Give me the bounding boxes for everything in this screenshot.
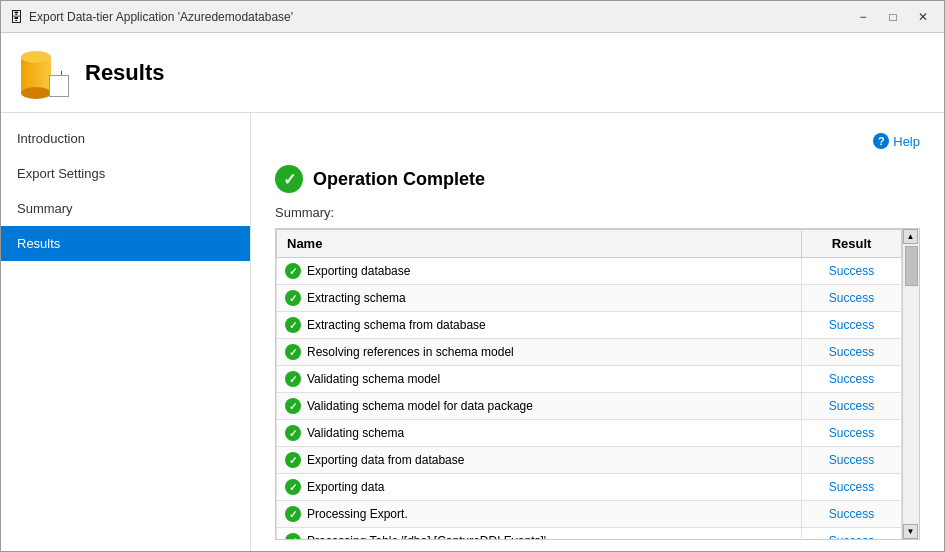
row-name: Exporting database (307, 264, 410, 278)
row-result-link[interactable]: Success (829, 426, 874, 440)
row-result-cell: Success (802, 501, 902, 528)
title-bar-left: 🗄 Export Data-tier Application 'Azuredem… (9, 9, 293, 25)
summary-label: Summary: (275, 205, 920, 220)
header-icon: ↓ (21, 49, 69, 97)
results-table-wrapper: Name Result Exporting databaseSuccessExt… (275, 228, 920, 540)
title-bar: 🗄 Export Data-tier Application 'Azuredem… (1, 1, 944, 33)
row-name: Exporting data (307, 480, 384, 494)
minimize-button[interactable]: − (850, 6, 876, 28)
row-result-link[interactable]: Success (829, 291, 874, 305)
row-content: Extracting schema (285, 290, 793, 306)
row-result-cell: Success (802, 258, 902, 285)
row-name: Extracting schema (307, 291, 406, 305)
close-button[interactable]: ✕ (910, 6, 936, 28)
row-result-cell: Success (802, 285, 902, 312)
row-success-icon (285, 317, 301, 333)
content-area: Introduction Export Settings Summary Res… (1, 113, 944, 552)
row-result-link[interactable]: Success (829, 264, 874, 278)
row-name-cell: Exporting database (277, 258, 802, 285)
row-content: Exporting data from database (285, 452, 793, 468)
row-result-cell: Success (802, 420, 902, 447)
row-result-cell: Success (802, 393, 902, 420)
row-result-cell: Success (802, 447, 902, 474)
sidebar-item-export-settings[interactable]: Export Settings (1, 156, 250, 191)
row-result-link[interactable]: Success (829, 399, 874, 413)
row-content: Resolving references in schema model (285, 344, 793, 360)
col-header-name: Name (277, 230, 802, 258)
row-name-cell: Extracting schema (277, 285, 802, 312)
row-content: Processing Table '[dbo].[CaptureDDLEvent… (285, 533, 793, 539)
row-result-cell: Success (802, 366, 902, 393)
row-name-cell: Exporting data from database (277, 447, 802, 474)
scrollbar-thumb[interactable] (905, 246, 918, 286)
page-title: Results (85, 60, 164, 86)
row-success-icon (285, 344, 301, 360)
table-row: Validating schema model for data package… (277, 393, 902, 420)
table-row: Processing Export.Success (277, 501, 902, 528)
row-name: Resolving references in schema model (307, 345, 514, 359)
row-result-cell: Success (802, 312, 902, 339)
table-row: Exporting data from databaseSuccess (277, 447, 902, 474)
row-name-cell: Processing Table '[dbo].[CaptureDDLEvent… (277, 528, 802, 540)
cylinder-shape (21, 57, 51, 93)
row-result-cell: Success (802, 339, 902, 366)
help-link[interactable]: ? Help (873, 133, 920, 149)
window-title: Export Data-tier Application 'Azuredemod… (29, 10, 293, 24)
scroll-up-button[interactable]: ▲ (903, 229, 918, 244)
row-success-icon (285, 479, 301, 495)
row-content: Validating schema model for data package (285, 398, 793, 414)
row-result-link[interactable]: Success (829, 372, 874, 386)
success-check-icon (275, 165, 303, 193)
row-result-link[interactable]: Success (829, 534, 874, 539)
row-name-cell: Validating schema model (277, 366, 802, 393)
row-content: Exporting data (285, 479, 793, 495)
row-success-icon (285, 425, 301, 441)
help-icon: ? (873, 133, 889, 149)
table-row: Validating schema modelSuccess (277, 366, 902, 393)
row-success-icon (285, 533, 301, 539)
table-row: Extracting schemaSuccess (277, 285, 902, 312)
title-bar-controls: − □ ✕ (850, 6, 936, 28)
row-success-icon (285, 398, 301, 414)
row-name: Extracting schema from database (307, 318, 486, 332)
row-name: Exporting data from database (307, 453, 464, 467)
row-name-cell: Processing Export. (277, 501, 802, 528)
operation-title: Operation Complete (313, 169, 485, 190)
row-success-icon (285, 263, 301, 279)
sidebar-item-introduction[interactable]: Introduction (1, 121, 250, 156)
row-content: Extracting schema from database (285, 317, 793, 333)
row-result-link[interactable]: Success (829, 480, 874, 494)
row-success-icon (285, 371, 301, 387)
row-result-cell: Success (802, 528, 902, 540)
table-row: Exporting dataSuccess (277, 474, 902, 501)
sidebar-item-results[interactable]: Results (1, 226, 250, 261)
row-name-cell: Validating schema model for data package (277, 393, 802, 420)
doc-shape (49, 75, 69, 97)
col-header-result: Result (802, 230, 902, 258)
row-result-link[interactable]: Success (829, 318, 874, 332)
sidebar: Introduction Export Settings Summary Res… (1, 113, 251, 552)
scroll-down-button[interactable]: ▼ (903, 524, 918, 539)
help-bar: ? Help (275, 133, 920, 149)
scrollbar-track[interactable]: ▲ ▼ (902, 229, 919, 539)
row-success-icon (285, 506, 301, 522)
row-result-link[interactable]: Success (829, 453, 874, 467)
row-content: Processing Export. (285, 506, 793, 522)
table-row: Exporting databaseSuccess (277, 258, 902, 285)
row-name-cell: Exporting data (277, 474, 802, 501)
row-name: Processing Export. (307, 507, 408, 521)
main-content: ? Help Operation Complete Summary: (251, 113, 944, 552)
row-name-cell: Resolving references in schema model (277, 339, 802, 366)
maximize-button[interactable]: □ (880, 6, 906, 28)
row-result-link[interactable]: Success (829, 507, 874, 521)
row-name-cell: Extracting schema from database (277, 312, 802, 339)
sidebar-item-summary[interactable]: Summary (1, 191, 250, 226)
header-area: ↓ Results (1, 33, 944, 113)
results-table: Name Result Exporting databaseSuccessExt… (276, 229, 902, 539)
table-row: Validating schemaSuccess (277, 420, 902, 447)
row-name: Validating schema model for data package (307, 399, 533, 413)
row-result-link[interactable]: Success (829, 345, 874, 359)
row-name: Processing Table '[dbo].[CaptureDDLEvent… (307, 534, 550, 539)
operation-header: Operation Complete (275, 165, 920, 193)
row-success-icon (285, 452, 301, 468)
